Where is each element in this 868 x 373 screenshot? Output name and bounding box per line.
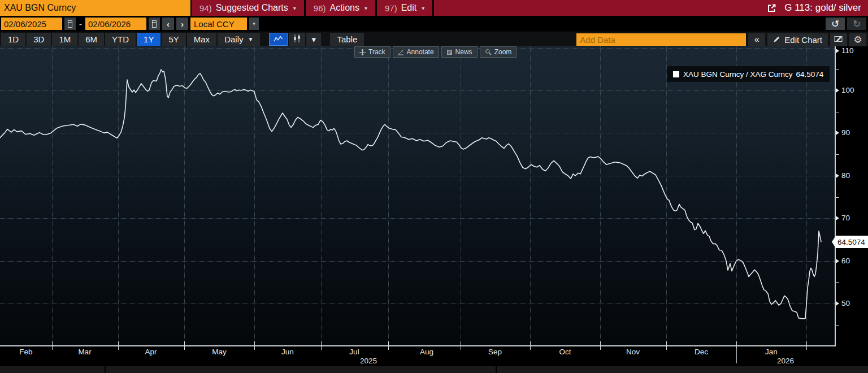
chart-tool-annotate[interactable]: Annotate <box>393 46 439 58</box>
table-button[interactable]: Table <box>330 33 364 46</box>
x-axis-month-label: Jun <box>281 348 294 356</box>
x-axis-month-label: Apr <box>145 348 157 356</box>
range-button-ytd[interactable]: YTD <box>105 33 136 46</box>
chart-tool-zoom[interactable]: Zoom <box>480 46 517 58</box>
x-axis-tick <box>666 341 667 350</box>
shift-range-forward-button[interactable]: › <box>176 18 188 30</box>
chevron-down-icon: ▼ <box>248 36 253 42</box>
y-axis-minor-tick <box>835 69 839 70</box>
range-button-max[interactable]: Max <box>187 33 216 46</box>
chevron-down-icon: ▾ <box>364 5 367 11</box>
angle-icon <box>398 49 404 55</box>
price-line-canvas <box>0 46 835 346</box>
chart-tool-track[interactable]: Track <box>354 46 390 58</box>
collapse-panel-button[interactable]: « <box>748 33 765 46</box>
security-ticker-text: XAU BGN Curncy <box>4 3 76 13</box>
line-chart-icon <box>274 34 283 44</box>
y-axis-minor-tick <box>835 197 839 198</box>
menu-edit[interactable]: 97)Edit▾ <box>377 0 432 16</box>
page-title: G 113: gold/ silver <box>784 2 861 14</box>
collapse-icon: « <box>754 34 760 45</box>
range-button-5y[interactable]: 5Y <box>162 33 185 46</box>
y-axis-tick-label: 80 <box>841 171 850 180</box>
redo-button[interactable]: ↻ <box>847 18 866 30</box>
year-divider-line <box>736 348 737 363</box>
range-button-1y[interactable]: 1Y <box>137 33 160 46</box>
x-axis-tick <box>806 341 807 350</box>
menu-items: 94)Suggested Charts▾96)Actions▾97)Edit▾ <box>192 0 434 16</box>
chart-plot-area[interactable]: TrackAnnotateNewsZoom XAU BGN Curncy / X… <box>0 46 835 346</box>
x-axis-month-label: Aug <box>420 348 433 356</box>
line-chart-type-button[interactable] <box>269 33 288 46</box>
y-axis-minor-tick <box>835 154 839 155</box>
menu-shortcut-number: 94) <box>199 3 212 13</box>
menu-suggested-charts[interactable]: 94)Suggested Charts▾ <box>192 0 304 16</box>
edit-chart-button[interactable]: Edit Chart <box>767 33 828 46</box>
start-date-field[interactable] <box>1 18 62 30</box>
chevron-down-icon: ▾ <box>253 21 255 27</box>
settings-button[interactable]: ⚙ <box>849 33 866 46</box>
x-axis-tick <box>118 341 119 350</box>
top-menu-bar: XAU BGN Curncy 94)Suggested Charts▾96)Ac… <box>0 0 868 16</box>
chevron-down-icon: ▾ <box>422 5 424 11</box>
currency-select[interactable]: Local CCY <box>190 18 247 30</box>
x-axis-tick <box>388 341 389 350</box>
chart-type-dropdown-button[interactable]: ▾ <box>306 33 321 46</box>
range-button-1d[interactable]: 1D <box>1 33 25 46</box>
range-button-1m[interactable]: 1M <box>52 33 77 46</box>
shift-range-back-button[interactable]: ‹ <box>162 18 174 30</box>
x-axis-month-label: May <box>212 348 227 356</box>
price-line <box>0 70 821 319</box>
end-date-field[interactable] <box>85 18 146 30</box>
add-data-input[interactable] <box>576 33 746 46</box>
export-icon[interactable] <box>767 3 776 13</box>
y-axis-tick-arrow <box>836 301 839 306</box>
y-axis-tick-label: 70 <box>841 214 850 222</box>
security-ticker-field[interactable]: XAU BGN Curncy <box>0 0 190 16</box>
chart-toolbar: 1D3D1M6MYTD1Y5YMax Daily ▼ ▾ <box>0 32 868 46</box>
chart-legend[interactable]: XAU BGN Curncy / XAG Curncy 64.5074 <box>667 66 830 82</box>
y-axis-tick-arrow <box>836 216 839 220</box>
undo-redo-group: ↺ ↻ <box>826 18 866 30</box>
date-range-separator: - <box>79 19 82 29</box>
bottom-status-strip <box>0 366 868 373</box>
x-axis-tick <box>600 341 601 350</box>
period-select-button[interactable]: Daily ▼ <box>218 33 260 46</box>
toolbar-right-group: « Edit Chart ⚙ <box>576 33 866 46</box>
y-axis-tick-label: 100 <box>841 86 854 94</box>
x-axis-month-label: Nov <box>626 348 640 356</box>
x-axis-month-label: Dec <box>695 348 708 356</box>
chevron-left-icon: ‹ <box>167 19 170 29</box>
calendar-icon <box>152 20 157 28</box>
start-date-calendar-button[interactable] <box>64 18 76 30</box>
edit-chart-label: Edit Chart <box>784 35 822 45</box>
end-date-calendar-button[interactable] <box>149 18 160 30</box>
x-axis-tick <box>461 341 461 350</box>
crosshair-icon <box>359 49 366 55</box>
chart-style-button[interactable] <box>830 33 847 46</box>
y-axis-tick-label: 50 <box>841 299 850 307</box>
candlestick-chart-type-button[interactable] <box>289 33 305 46</box>
range-button-3d[interactable]: 3D <box>27 33 51 46</box>
x-axis-month-label: Jul <box>349 348 359 356</box>
range-button-6m[interactable]: 6M <box>79 33 104 46</box>
series-swatch <box>673 71 679 77</box>
menu-bar-fill: G 113: gold/ silver <box>434 0 868 16</box>
chart-tool-label: News <box>455 48 472 56</box>
y-axis-tick-arrow <box>836 131 839 135</box>
x-axis-month-label: Sep <box>488 348 502 356</box>
y-axis-tick-arrow <box>836 174 839 178</box>
y-axis-tick-label: 60 <box>841 257 850 265</box>
currency-value: Local CCY <box>194 19 235 29</box>
undo-button[interactable]: ↺ <box>826 18 845 30</box>
x-axis-month-label: Oct <box>559 348 571 356</box>
magnifier-icon <box>485 49 492 55</box>
menu-actions[interactable]: 96)Actions▾ <box>306 0 375 16</box>
chart-tool-news[interactable]: News <box>441 46 478 58</box>
y-axis-minor-tick <box>835 282 839 283</box>
y-axis-tick-label: 110 <box>841 46 854 55</box>
calendar-icon <box>68 20 72 28</box>
chart-tool-label: Track <box>368 48 385 56</box>
gear-icon: ⚙ <box>853 35 862 45</box>
currency-dropdown-button[interactable]: ▾ <box>249 18 259 30</box>
